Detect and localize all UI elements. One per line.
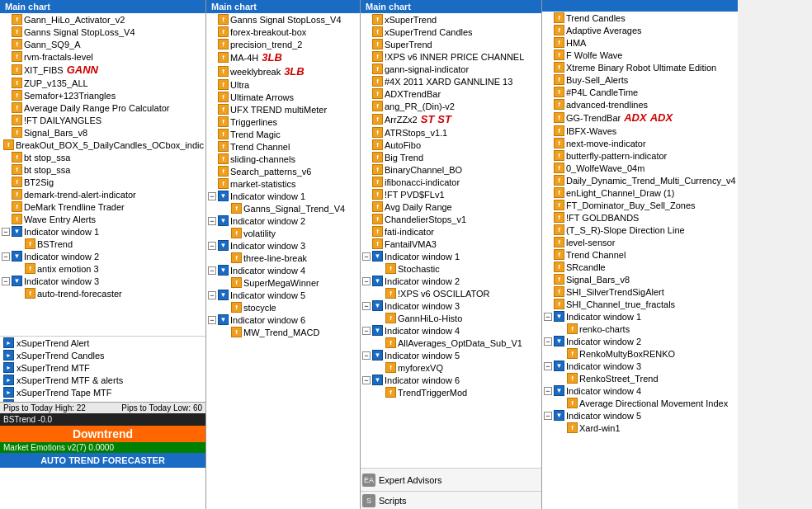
tree-item[interactable]: fMA-4H3LB	[206, 50, 360, 64]
expand-icon[interactable]: −	[544, 313, 552, 321]
tree-item[interactable]: −▼Indicator window 5	[542, 409, 738, 422]
tree-item[interactable]: f!FT DAILYANGLES	[0, 114, 205, 126]
expert-advisors-label[interactable]: Expert Advisors	[379, 475, 441, 485]
tree-item[interactable]: fRenkoMultyBoxRENKO	[542, 347, 738, 360]
tree-item[interactable]: fADXTrendBar	[361, 87, 541, 100]
tree-item[interactable]: fgann-signal-indicator	[361, 63, 541, 75]
tree-item[interactable]: fXard-win1	[542, 422, 738, 434]
tree-item[interactable]: fSHI_SilverTrendSigAlert	[542, 285, 738, 298]
tree-item[interactable]: fmarket-statistics	[206, 177, 360, 190]
tree-item[interactable]: fSemafor+123Triangles	[0, 89, 205, 101]
tree-item[interactable]: fTrend Channel	[542, 248, 738, 261]
tree-item[interactable]: fadvanced-trendlines	[542, 98, 738, 111]
tree-item[interactable]: fMW_Trend_MACD	[206, 326, 360, 338]
tree-item[interactable]: fGannHiLo-Histo	[361, 312, 541, 324]
tree-item[interactable]: fBreakOut_BOX_5_DailyCandles_OCbox_indic	[0, 139, 205, 151]
tree-item[interactable]: fBT2Sig	[0, 176, 205, 188]
tree-item[interactable]: fauto-trend-forecaster	[0, 287, 205, 299]
tree-item[interactable]: −▼Indicator window 3	[0, 275, 205, 287]
tree-item[interactable]: fAverage Daily Range Pro Calculator	[0, 101, 205, 114]
tree-item[interactable]: fTrend Channel	[206, 140, 360, 153]
tree-item[interactable]: fAverage Directional Movement Index	[542, 397, 738, 409]
mini-tree-item[interactable]: ►xSuperTrend MTF	[0, 361, 205, 374]
tree-item[interactable]: f0_WolfeWave_04m	[542, 162, 738, 174]
tree-item[interactable]: −▼Indicator window 1	[206, 190, 360, 202]
mini-tree-item[interactable]: ►xSuperTrend Tape MTF	[0, 386, 205, 398]
tree-item[interactable]: fXtreme Binary Robot Ultimate Edition	[542, 61, 738, 73]
tree-item[interactable]: f!FT GOLDBANDS	[542, 211, 738, 224]
tree-item[interactable]: −▼Indicator window 6	[361, 374, 541, 386]
tree-item[interactable]: f!XPS v6 INNER PRICE CHANNEL	[361, 50, 541, 63]
tree-item[interactable]: fbutterfly-pattern-indicator	[542, 149, 738, 162]
tree-item[interactable]: f!XPS v6 OSCILLATOR	[361, 287, 541, 299]
tree-item[interactable]: fAllAverages_OptData_Sub_V1	[361, 337, 541, 349]
tree-item[interactable]: fweeklybreak3LB	[206, 64, 360, 78]
expand-icon[interactable]: −	[362, 351, 371, 360]
tree-item[interactable]: fmyforexVQ	[361, 361, 541, 374]
tree-item[interactable]: fstocycle	[206, 301, 360, 313]
expand-icon[interactable]: −	[362, 252, 371, 261]
tree-item[interactable]: fFantailVMA3	[361, 238, 541, 250]
tree-item[interactable]: fforex-breakout-box	[206, 26, 360, 38]
tree-item[interactable]: fBuy-Sell_Alerts	[542, 73, 738, 86]
tree-item[interactable]: fxSuperTrend	[361, 13, 541, 26]
expand-icon[interactable]: −	[208, 316, 216, 324]
tree-item[interactable]: −▼Indicator window 4	[361, 324, 541, 337]
tree-item[interactable]: flevel-sensor	[542, 236, 738, 248]
tree-item[interactable]: −▼Indicator window 3	[361, 299, 541, 312]
expand-icon[interactable]: −	[208, 242, 216, 250]
tree-item[interactable]: −▼Indicator window 2	[361, 275, 541, 287]
tree-item[interactable]: f#4X 2011 XARD GANNLINE 13	[361, 75, 541, 87]
expand-icon[interactable]: −	[362, 302, 371, 310]
tree-item[interactable]: −▼Indicator window 2	[206, 214, 360, 227]
tree-item[interactable]: −▼Indicator window 2	[542, 335, 738, 347]
tree-item[interactable]: fGanns_Signal_Trend_V4	[206, 202, 360, 214]
tree-item[interactable]: fGanns Signal StopLoss_V4	[0, 26, 205, 38]
auto-trend-button[interactable]: AUTO TREND FORECASTER	[0, 453, 205, 468]
tree-item[interactable]: −▼Indicator window 1	[0, 225, 205, 238]
expand-icon[interactable]: −	[544, 412, 552, 420]
mini-tree-item[interactable]: ►xSuperTrend Alert	[0, 337, 205, 349]
tree-item[interactable]: f(T_S_R)-Slope Direction Line	[542, 224, 738, 236]
tree-item[interactable]: fGanns Signal StopLoss_V4	[206, 13, 360, 26]
tree-item[interactable]: −▼Indicator window 5	[361, 349, 541, 361]
tree-item[interactable]: −▼Indicator window 4	[542, 384, 738, 397]
tree-item[interactable]: fSuperTrend	[361, 38, 541, 50]
expand-icon[interactable]: −	[208, 217, 216, 225]
tree-item[interactable]: fTrend Magic	[206, 128, 360, 140]
tree-item[interactable]: fUltimate Arrows	[206, 91, 360, 103]
expand-icon[interactable]: −	[544, 337, 552, 346]
tree-item[interactable]: fStochastic	[361, 262, 541, 275]
tree-item[interactable]: fHMA	[542, 36, 738, 49]
tree-item[interactable]: fFT_Dominator_Buy_Sell_Zones	[542, 199, 738, 211]
tree-item[interactable]: fZUP_v135_ALL	[0, 77, 205, 89]
tree-item[interactable]: fDaily_Dynamic_Trend_Multi_Currency_v4	[542, 174, 738, 186]
tree-item[interactable]: fGann_HiLo_Activator_v2	[0, 13, 205, 26]
tree-item[interactable]: fSearch_patterns_v6	[206, 165, 360, 177]
tree-item[interactable]: −▼Indicator window 1	[542, 310, 738, 323]
tree-item[interactable]: fSignal_Bars_v8	[0, 126, 205, 139]
tree-item[interactable]: fTrendTriggerMod	[361, 386, 541, 398]
tree-item[interactable]: fATRStops_v1.1	[361, 126, 541, 139]
expand-icon[interactable]: −	[544, 362, 552, 370]
scripts-label[interactable]: Scripts	[379, 496, 407, 506]
tree-item[interactable]: fIBFX-Waves	[542, 125, 738, 137]
expand-icon[interactable]: −	[208, 291, 216, 299]
expand-icon[interactable]: −	[2, 228, 10, 236]
tree-item[interactable]: fSignal_Bars_v8	[542, 273, 738, 285]
tree-item[interactable]: fChandelierStops_v1	[361, 213, 541, 225]
tree-item[interactable]: fdemark-trend-alert-indicator	[0, 188, 205, 200]
tree-item[interactable]: ffati-indicator	[361, 225, 541, 238]
tree-item[interactable]: fBinaryChannel_BO	[361, 163, 541, 176]
mini-tree-item[interactable]: ►xSuperTrend Candles	[0, 349, 205, 361]
expand-icon[interactable]: −	[362, 327, 371, 335]
tree-item[interactable]: −▼Indicator window 3	[206, 239, 360, 252]
tree-item[interactable]: −▼Indicator window 6	[206, 313, 360, 326]
tree-item[interactable]: fxSuperTrend Candles	[361, 26, 541, 38]
tree-item[interactable]: −▼Indicator window 2	[0, 250, 205, 262]
tree-item[interactable]: f#P4L CandleTime	[542, 86, 738, 98]
tree-item[interactable]: fGann_SQ9_A	[0, 38, 205, 50]
tree-item[interactable]: −▼Indicator window 3	[542, 360, 738, 372]
tree-item[interactable]: fAdaptive Averages	[542, 24, 738, 36]
tree-item[interactable]: fnext-move-indicator	[542, 137, 738, 149]
